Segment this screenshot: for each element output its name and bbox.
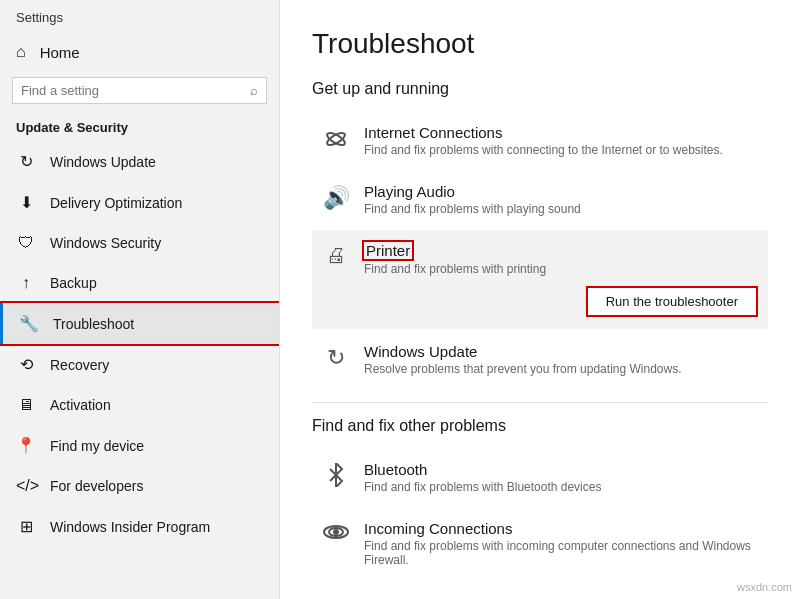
bluetooth-desc: Find and fix problems with Bluetooth dev… bbox=[364, 480, 758, 494]
sidebar-item-label: For developers bbox=[50, 478, 143, 494]
search-box: ⌕ bbox=[12, 77, 267, 104]
sidebar-section-label: Update & Security bbox=[0, 114, 279, 141]
sidebar-item-activation[interactable]: 🖥 Activation bbox=[0, 385, 279, 425]
section-divider bbox=[312, 402, 768, 403]
search-icon: ⌕ bbox=[250, 83, 258, 98]
activation-icon: 🖥 bbox=[16, 396, 36, 414]
home-icon: ⌂ bbox=[16, 43, 26, 61]
for-developers-icon: </> bbox=[16, 477, 36, 495]
sidebar-item-label: Windows Update bbox=[50, 154, 156, 170]
playing-audio-title: Playing Audio bbox=[364, 183, 758, 200]
windows-insider-icon: ⊞ bbox=[16, 517, 36, 536]
svg-point-4 bbox=[334, 530, 338, 534]
troubleshoot-item-bluetooth[interactable]: Bluetooth Find and fix problems with Blu… bbox=[312, 449, 768, 506]
sidebar-item-for-developers[interactable]: </> For developers bbox=[0, 466, 279, 506]
delivery-optimization-icon: ⬇ bbox=[16, 193, 36, 212]
sidebar-item-label: Recovery bbox=[50, 357, 109, 373]
windows-update-troubleshoot-desc: Resolve problems that prevent you from u… bbox=[364, 362, 758, 376]
printer-title: Printer bbox=[364, 242, 412, 259]
windows-update-icon: ↻ bbox=[16, 152, 36, 171]
incoming-connections-desc: Find and fix problems with incoming comp… bbox=[364, 539, 758, 567]
troubleshoot-item-audio[interactable]: 🔊 Playing Audio Find and fix problems wi… bbox=[312, 171, 768, 228]
printer-info: Printer Find and fix problems with print… bbox=[364, 242, 758, 276]
windows-update-troubleshoot-title: Windows Update bbox=[364, 343, 758, 360]
sidebar-item-recovery[interactable]: ⟲ Recovery bbox=[0, 344, 279, 385]
page-title: Troubleshoot bbox=[312, 28, 768, 60]
sidebar-item-label: Backup bbox=[50, 275, 97, 291]
sidebar-item-windows-insider[interactable]: ⊞ Windows Insider Program bbox=[0, 506, 279, 547]
internet-connections-icon bbox=[322, 127, 350, 156]
sidebar-item-label: Windows Insider Program bbox=[50, 519, 210, 535]
troubleshoot-item-incoming-connections[interactable]: Incoming Connections Find and fix proble… bbox=[312, 508, 768, 579]
run-troubleshooter-button[interactable]: Run the troubleshooter bbox=[586, 286, 758, 317]
sidebar-item-windows-update[interactable]: ↻ Windows Update bbox=[0, 141, 279, 182]
sidebar-item-home[interactable]: ⌂ Home bbox=[0, 33, 279, 71]
backup-icon: ↑ bbox=[16, 274, 36, 292]
playing-audio-icon: 🔊 bbox=[322, 185, 350, 211]
search-input[interactable] bbox=[21, 83, 250, 98]
run-btn-row: Run the troubleshooter bbox=[322, 286, 758, 317]
printer-icon: 🖨 bbox=[322, 244, 350, 267]
sidebar-home-label: Home bbox=[40, 44, 80, 61]
sidebar-item-label: Windows Security bbox=[50, 235, 161, 251]
troubleshoot-item-printer[interactable]: 🖨 Printer Find and fix problems with pri… bbox=[312, 230, 768, 329]
playing-audio-info: Playing Audio Find and fix problems with… bbox=[364, 183, 758, 216]
sidebar-item-windows-security[interactable]: 🛡 Windows Security bbox=[0, 223, 279, 263]
windows-security-icon: 🛡 bbox=[16, 234, 36, 252]
internet-connections-desc: Find and fix problems with connecting to… bbox=[364, 143, 758, 157]
troubleshoot-item-windows-update[interactable]: ↻ Windows Update Resolve problems that p… bbox=[312, 331, 768, 388]
bluetooth-info: Bluetooth Find and fix problems with Blu… bbox=[364, 461, 758, 494]
sidebar-item-label: Activation bbox=[50, 397, 111, 413]
app-title: Settings bbox=[0, 0, 279, 33]
sidebar-item-label: Delivery Optimization bbox=[50, 195, 182, 211]
main-content: Troubleshoot Get up and running Internet… bbox=[280, 0, 800, 599]
sidebar: Settings ⌂ Home ⌕ Update & Security ↻ Wi… bbox=[0, 0, 280, 599]
printer-desc: Find and fix problems with printing bbox=[364, 262, 758, 276]
incoming-connections-info: Incoming Connections Find and fix proble… bbox=[364, 520, 758, 567]
bluetooth-title: Bluetooth bbox=[364, 461, 758, 478]
windows-update-troubleshoot-info: Windows Update Resolve problems that pre… bbox=[364, 343, 758, 376]
section1-heading: Get up and running bbox=[312, 80, 768, 98]
playing-audio-desc: Find and fix problems with playing sound bbox=[364, 202, 758, 216]
incoming-connections-icon bbox=[322, 522, 350, 547]
bluetooth-icon bbox=[322, 463, 350, 492]
incoming-connections-title: Incoming Connections bbox=[364, 520, 758, 537]
section2-heading: Find and fix other problems bbox=[312, 417, 768, 435]
sidebar-item-troubleshoot[interactable]: 🔧 Troubleshoot bbox=[0, 303, 279, 344]
sidebar-item-backup[interactable]: ↑ Backup bbox=[0, 263, 279, 303]
troubleshoot-icon: 🔧 bbox=[19, 314, 39, 333]
troubleshoot-item-internet[interactable]: Internet Connections Find and fix proble… bbox=[312, 112, 768, 169]
sidebar-item-label: Troubleshoot bbox=[53, 316, 134, 332]
recovery-icon: ⟲ bbox=[16, 355, 36, 374]
sidebar-item-delivery-optimization[interactable]: ⬇ Delivery Optimization bbox=[0, 182, 279, 223]
sidebar-item-find-my-device[interactable]: 📍 Find my device bbox=[0, 425, 279, 466]
internet-connections-title: Internet Connections bbox=[364, 124, 758, 141]
windows-update-troubleshoot-icon: ↻ bbox=[322, 345, 350, 371]
sidebar-item-label: Find my device bbox=[50, 438, 144, 454]
printer-expanded-row: 🖨 Printer Find and fix problems with pri… bbox=[322, 242, 758, 276]
find-my-device-icon: 📍 bbox=[16, 436, 36, 455]
internet-connections-info: Internet Connections Find and fix proble… bbox=[364, 124, 758, 157]
